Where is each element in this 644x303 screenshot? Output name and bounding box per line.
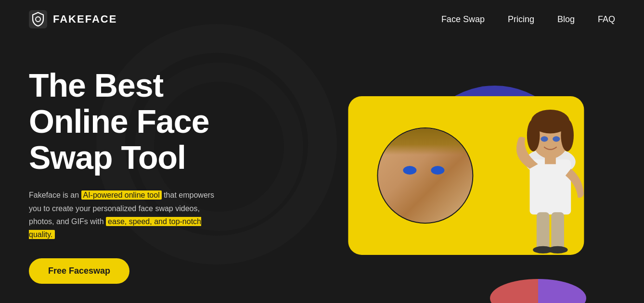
svg-rect-9: [537, 212, 550, 251]
hero-section: The Best Online Face Swap Tool Fakeface …: [0, 38, 644, 303]
svg-rect-3: [530, 160, 571, 215]
nav-pricing[interactable]: Pricing: [508, 14, 534, 25]
nav-faq[interactable]: FAQ: [598, 14, 615, 25]
svg-rect-10: [551, 212, 564, 251]
logo-area[interactable]: FAKEFACE: [29, 10, 117, 28]
face-image: [378, 128, 472, 223]
brand-icon: [29, 10, 47, 28]
eye-right: [431, 166, 444, 175]
eye-left: [403, 166, 416, 175]
hero-description: Fakeface is an AI-powered online tool th…: [29, 189, 221, 241]
person-figure: [502, 101, 598, 255]
hero-desc-part1: Fakeface is an: [29, 191, 81, 199]
svg-point-6: [527, 119, 540, 152]
svg-point-13: [541, 136, 548, 141]
hero-illustration: [289, 48, 615, 303]
bottom-ring-decoration: [490, 279, 586, 303]
brand-name: FAKEFACE: [53, 13, 117, 25]
svg-rect-8: [545, 155, 556, 164]
main-nav: Face Swap Pricing Blog FAQ: [441, 14, 615, 25]
cta-button[interactable]: Free Faceswap: [29, 258, 129, 284]
hero-title: The Best Online Face Swap Tool: [29, 67, 270, 175]
svg-point-14: [553, 136, 560, 141]
yellow-card: [348, 96, 584, 255]
hero-content-left: The Best Online Face Swap Tool Fakeface …: [29, 67, 289, 284]
svg-point-12: [548, 246, 568, 253]
nav-face-swap[interactable]: Face Swap: [441, 14, 485, 25]
face-circle-cutout: [377, 127, 473, 224]
person-svg: [502, 99, 598, 255]
svg-point-7: [561, 119, 574, 152]
nav-blog[interactable]: Blog: [557, 14, 575, 25]
header: FAKEFACE Face Swap Pricing Blog FAQ: [0, 0, 644, 38]
hero-highlight-1: AI-powered online tool: [81, 190, 162, 200]
